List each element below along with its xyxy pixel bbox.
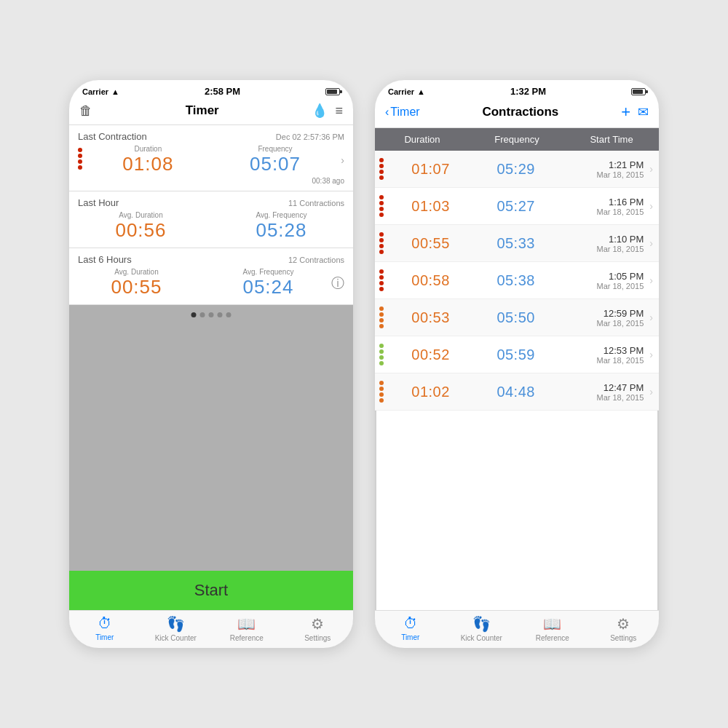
last-hour-section: Last Hour 11 Contractions Avg. Duration …: [69, 191, 353, 248]
nav-right-1: 💧 ≡: [312, 103, 343, 119]
table-row[interactable]: 01:03 05:27 1:16 PM Mar 18, 2015 ›: [375, 188, 659, 225]
dot-g4: [379, 361, 384, 365]
row-dots-7: [379, 381, 384, 403]
dot-r4: [379, 287, 384, 291]
carrier-label-1: Carrier: [82, 87, 108, 96]
tab-kick-2[interactable]: 👣 Kick Counter: [446, 615, 518, 642]
last-6hours-row: Avg. Duration 00:55 Avg. Frequency 05:24…: [78, 268, 344, 298]
dot-r3: [379, 170, 384, 174]
timer-gray-area: [69, 305, 353, 571]
tab-kick-label-1: Kick Counter: [155, 634, 197, 642]
frequency-value: 05:07: [214, 153, 337, 175]
row-chevron-1: ›: [649, 200, 653, 212]
drop-icon[interactable]: 💧: [312, 103, 328, 119]
share-icon[interactable]: ✉: [638, 104, 649, 120]
start-button[interactable]: Start: [69, 571, 353, 610]
row-chevron-4: ›: [649, 312, 653, 323]
avg-frequency-value-1: 05:28: [218, 219, 344, 242]
avg-frequency-label-1: Avg. Frequency: [218, 211, 344, 219]
chevron-right-1[interactable]: ›: [341, 154, 344, 166]
last-6hours-section: Last 6 Hours 12 Contractions Avg. Durati…: [69, 248, 353, 305]
row-dots-2: [379, 195, 384, 217]
tab-settings-1[interactable]: ⚙ Settings: [282, 615, 354, 642]
table-row[interactable]: 00:53 05:50 12:59 PM Mar 18, 2015 ›: [375, 299, 659, 336]
header-frequency: Frequency: [470, 134, 564, 145]
dot-r2: [379, 164, 384, 168]
row-duration-3: 00:58: [388, 272, 473, 289]
row-chevron-0: ›: [649, 163, 653, 175]
tab-timer-2[interactable]: ⏱ Timer: [375, 615, 446, 642]
row-chevron-3: ›: [649, 274, 653, 286]
dot-r3: [379, 281, 384, 285]
tab-ref-icon-1: 📖: [237, 615, 256, 633]
list-icon[interactable]: ≡: [335, 103, 343, 119]
tab-kick-1[interactable]: 👣 Kick Counter: [141, 615, 212, 642]
avg-duration-value-1: 00:56: [78, 219, 204, 242]
status-bar-2: Carrier ▲ 1:32 PM: [375, 80, 659, 100]
row-duration-0: 01:07: [388, 161, 473, 178]
tab-timer-icon-1: ⏱: [98, 615, 112, 632]
row-frequency-3: 05:38: [473, 272, 558, 289]
row-chevron-6: ›: [649, 386, 653, 397]
nav-bar-2: ‹ Timer Contractions + ✉: [375, 100, 659, 128]
delete-icon[interactable]: 🗑: [79, 103, 92, 119]
row-time-sub-6: Mar 18, 2015: [558, 393, 644, 402]
row-time-2: 1:10 PM Mar 18, 2015: [558, 234, 646, 253]
row-chevron-5: ›: [649, 349, 653, 360]
info-icon[interactable]: ⓘ: [331, 274, 344, 292]
dot-g3: [379, 355, 384, 360]
row-time-5: 12:53 PM Mar 18, 2015: [558, 345, 646, 365]
back-chevron: ‹: [385, 106, 389, 119]
table-row[interactable]: 00:58 05:38 1:05 PM Mar 18, 2015 ›: [375, 262, 659, 299]
row-frequency-5: 05:59: [473, 347, 558, 363]
nav-title-2: Contractions: [482, 105, 558, 119]
tab-timer-1[interactable]: ⏱ Timer: [69, 615, 141, 642]
dot-r3: [379, 244, 384, 248]
avg-frequency-value-2: 05:24: [210, 276, 327, 298]
table-row[interactable]: 01:07 05:29 1:21 PM Mar 18, 2015 ›: [375, 151, 659, 188]
table-row[interactable]: 00:55 05:33 1:10 PM Mar 18, 2015 ›: [375, 225, 659, 262]
tab-bar-2: ⏱ Timer 👣 Kick Counter 📖 Reference ⚙ Set…: [375, 610, 659, 648]
row-time-main-1: 1:16 PM: [558, 197, 644, 207]
table-row[interactable]: 01:02 04:48 12:47 PM Mar 18, 2015 ›: [375, 373, 659, 411]
duration-value: 01:08: [87, 153, 210, 175]
time-2: 1:32 PM: [510, 86, 546, 97]
dot-r4: [379, 175, 384, 180]
dot-r1: [379, 195, 384, 199]
dot-r2: [379, 238, 384, 242]
row-frequency-0: 05:29: [473, 161, 558, 178]
dot-o3: [379, 318, 384, 323]
row-time-main-4: 12:59 PM: [558, 308, 644, 319]
last-6hours-header: Last 6 Hours 12 Contractions: [78, 254, 344, 265]
tab-settings-icon-2: ⚙: [617, 615, 630, 633]
last-6hours-contractions: 12 Contractions: [288, 256, 344, 264]
row-frequency-1: 05:27: [473, 198, 558, 215]
row-time-sub-0: Mar 18, 2015: [558, 170, 644, 179]
dot-r3: [379, 207, 384, 211]
tab-ref-label-1: Reference: [230, 634, 264, 642]
header-duration: Duration: [375, 134, 470, 145]
dot-o4: [379, 324, 384, 328]
tab-ref-1[interactable]: 📖 Reference: [211, 615, 282, 642]
tab-settings-2[interactable]: ⚙ Settings: [588, 615, 660, 642]
table-row[interactable]: 00:52 05:59 12:53 PM Mar 18, 2015 ›: [375, 336, 659, 373]
frequency-group: Frequency 05:07: [214, 145, 337, 175]
phone-timer: Carrier ▲ 2:58 PM 🗑 Timer 💧 ≡ Last C: [69, 80, 353, 648]
header-start-time: Start Time: [564, 134, 659, 145]
dot-o1: [379, 306, 384, 311]
row-time-sub-3: Mar 18, 2015: [558, 282, 644, 290]
dot-4: [78, 165, 82, 170]
row-duration-5: 00:52: [388, 347, 473, 363]
add-icon[interactable]: +: [621, 103, 630, 122]
dot-r2: [379, 275, 384, 280]
dot-o2: [379, 312, 384, 317]
row-time-sub-2: Mar 18, 2015: [558, 245, 644, 253]
dot-r1: [379, 232, 384, 237]
status-right-1: [325, 88, 340, 95]
tab-ref-icon-2: 📖: [543, 615, 561, 633]
dot-o6: [379, 387, 384, 391]
dot-r2: [379, 201, 384, 205]
tab-ref-2[interactable]: 📖 Reference: [517, 615, 588, 642]
back-button[interactable]: ‹ Timer: [385, 106, 420, 119]
row-time-sub-1: Mar 18, 2015: [558, 207, 644, 216]
